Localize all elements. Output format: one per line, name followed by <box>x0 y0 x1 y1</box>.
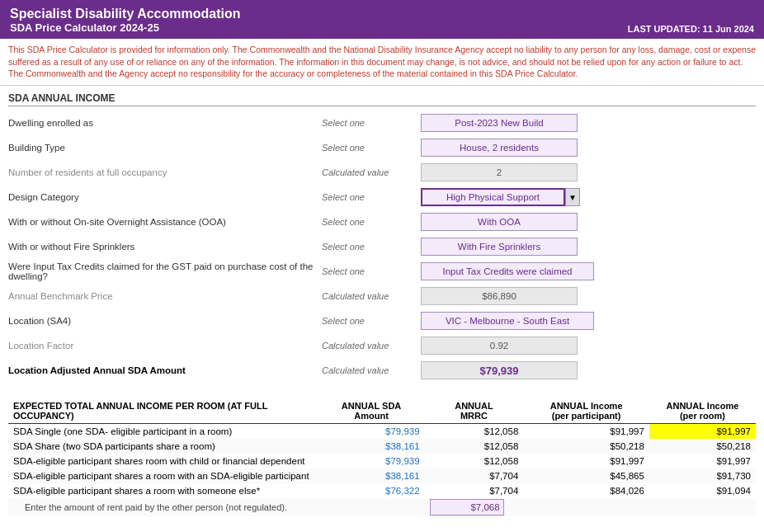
col-header-mrrc: ANNUALMRRC <box>425 398 524 424</box>
benchmark-price-label: Annual Benchmark Price <box>8 291 322 301</box>
residents-hint: Calculated value <box>322 167 421 177</box>
row5-desc: SDA-eligible participant shares a room w… <box>8 483 318 498</box>
design-category-arrow[interactable]: ▼ <box>565 188 580 206</box>
row4-desc: SDA-eligible participant shares a room w… <box>8 468 318 483</box>
col-header-pr: ANNUAL Income(per room) <box>649 398 756 424</box>
row3-mrrc: $12,058 <box>425 454 524 468</box>
row2-pp: $50,218 <box>523 439 649 454</box>
adjusted-sda-input <box>421 361 578 379</box>
row1-mrrc: $12,058 <box>425 424 524 440</box>
location-factor-label: Location Factor <box>8 341 322 351</box>
residents-input <box>421 163 578 181</box>
residents-row: Number of residents at full occupancy Ca… <box>8 162 756 182</box>
dwelling-label: Dwelling enrolled as <box>8 118 322 128</box>
last-updated: LAST UPDATED: 11 Jun 2024 <box>628 24 754 34</box>
row1-desc: SDA Single (one SDA- eligible participan… <box>8 424 318 440</box>
benchmark-price-hint: Calculated value <box>322 291 421 301</box>
building-type-label: Building Type <box>8 143 322 153</box>
section-title: SDA ANNUAL INCOME <box>8 92 756 106</box>
ooa-row: With or without On-site Overnight Assist… <box>8 212 756 232</box>
location-factor-hint: Calculated value <box>322 341 421 351</box>
sprinklers-label: With or without Fire Sprinklers <box>8 242 322 252</box>
app-title: Specialist Disability Accommodation <box>10 7 240 21</box>
table-row: SDA-eligible participant shares a room w… <box>8 468 756 483</box>
location-hint: Select one <box>322 316 421 326</box>
row1-sda: $79,939 <box>318 424 425 440</box>
rent-input-cell <box>425 498 524 516</box>
adjusted-sda-hint: Calculated value <box>322 365 421 375</box>
row2-pr: $50,218 <box>649 439 756 454</box>
table-row: SDA Single (one SDA- eligible participan… <box>8 424 756 440</box>
app-header: Specialist Disability Accommodation SDA … <box>0 0 764 39</box>
dwelling-control <box>421 114 756 132</box>
design-category-control: ▼ <box>421 188 756 206</box>
row5-pp: $84,026 <box>523 483 649 498</box>
sprinklers-control <box>421 238 756 256</box>
rent-empty <box>523 498 756 516</box>
income-table-section: EXPECTED TOTAL ANNUAL INCOME PER ROOM (A… <box>0 392 764 523</box>
building-type-hint: Select one <box>322 143 421 153</box>
col-header-sda: ANNUAL SDAAmount <box>318 398 425 424</box>
row1-pr: $91,997 <box>649 424 756 440</box>
ooa-control <box>421 213 756 231</box>
location-input[interactable] <box>421 312 594 330</box>
table-row: SDA-eligible participant shares a room w… <box>8 483 756 498</box>
sda-annual-income-section: SDA ANNUAL INCOME Dwelling enrolled as S… <box>0 86 764 392</box>
design-category-label: Design Category <box>8 192 322 202</box>
row2-sda: $38,161 <box>318 439 425 454</box>
building-type-input[interactable] <box>421 139 578 157</box>
building-type-row: Building Type Select one <box>8 138 756 158</box>
rent-row: Enter the amount of rent paid by the oth… <box>8 498 756 516</box>
tax-credits-control <box>421 262 756 280</box>
benchmark-price-input <box>421 287 578 305</box>
row5-pr: $91,094 <box>649 483 756 498</box>
tax-credits-input[interactable] <box>421 262 594 280</box>
dwelling-hint: Select one <box>322 118 421 128</box>
rent-input[interactable] <box>430 499 504 516</box>
ooa-label: With or without On-site Overnight Assist… <box>8 217 322 227</box>
table-row: SDA-eligible participant shares room wit… <box>8 454 756 468</box>
tax-credits-hint: Select one <box>322 266 421 276</box>
building-type-control <box>421 139 756 157</box>
dwelling-row: Dwelling enrolled as Select one <box>8 113 756 133</box>
row4-mrrc: $7,704 <box>425 468 524 483</box>
benchmark-price-control <box>421 287 756 305</box>
location-factor-input <box>421 337 578 355</box>
location-control <box>421 312 756 330</box>
adjusted-sda-label: Location Adjusted Annual SDA Amount <box>8 365 322 375</box>
residents-control <box>421 163 756 181</box>
ooa-input[interactable] <box>421 213 578 231</box>
design-category-input[interactable] <box>421 188 565 206</box>
sprinklers-input[interactable] <box>421 238 578 256</box>
income-table: EXPECTED TOTAL ANNUAL INCOME PER ROOM (A… <box>8 398 756 516</box>
ooa-hint: Select one <box>322 217 421 227</box>
row2-desc: SDA Share (two SDA participants share a … <box>8 439 318 454</box>
row4-sda: $38,161 <box>318 468 425 483</box>
location-row: Location (SA4) Select one <box>8 311 756 331</box>
header-titles: Specialist Disability Accommodation SDA … <box>10 7 240 34</box>
sprinklers-row: With or without Fire Sprinklers Select o… <box>8 237 756 257</box>
sprinklers-hint: Select one <box>322 242 421 252</box>
benchmark-price-row: Annual Benchmark Price Calculated value <box>8 286 756 306</box>
row5-mrrc: $7,704 <box>425 483 524 498</box>
col-header-desc: EXPECTED TOTAL ANNUAL INCOME PER ROOM (A… <box>8 398 318 424</box>
residents-label: Number of residents at full occupancy <box>8 167 322 177</box>
location-label: Location (SA4) <box>8 316 322 326</box>
design-category-dropdown: ▼ <box>421 188 756 206</box>
row5-sda: $76,322 <box>318 483 425 498</box>
table-row: SDA Share (two SDA participants share a … <box>8 439 756 454</box>
disclaimer-text: This SDA Price Calculator is provided fo… <box>0 39 764 86</box>
dwelling-input[interactable] <box>421 114 578 132</box>
rent-label: Enter the amount of rent paid by the oth… <box>8 498 425 516</box>
row3-sda: $79,939 <box>318 454 425 468</box>
row4-pr: $91,730 <box>649 468 756 483</box>
row3-pp: $91,997 <box>523 454 649 468</box>
row4-pp: $45,865 <box>523 468 649 483</box>
location-factor-row: Location Factor Calculated value <box>8 336 756 355</box>
row1-pp: $91,997 <box>523 424 649 440</box>
design-category-hint: Select one <box>322 192 421 202</box>
app-subtitle: SDA Price Calculator 2024-25 <box>10 21 240 34</box>
adjusted-sda-row: Location Adjusted Annual SDA Amount Calc… <box>8 360 756 380</box>
row2-mrrc: $12,058 <box>425 439 524 454</box>
location-factor-control <box>421 337 756 355</box>
